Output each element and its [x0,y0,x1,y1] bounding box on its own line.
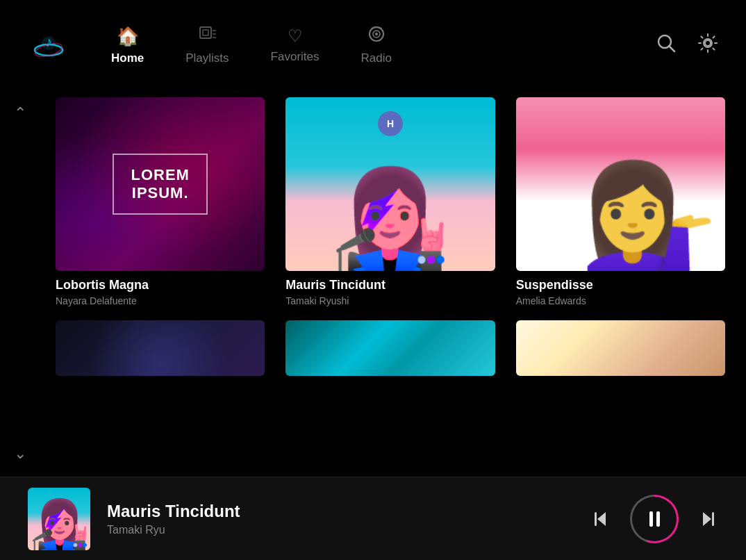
next-button[interactable] [697,509,718,529]
card-3-image [516,97,725,271]
svg-rect-17 [595,512,597,526]
player-thumbnail[interactable] [28,488,90,550]
svg-point-14 [705,40,711,46]
logo[interactable]: ♪ [28,28,69,63]
play-pause-button[interactable] [632,497,677,541]
card-1-artist: Nayara Delafuente [56,295,265,306]
settings-button[interactable] [697,33,718,58]
header: ♪ 🏠 Home Playlists ♡ Favorites [0,0,746,90]
card-bottom-1[interactable] [56,320,265,376]
card-2-title: Mauris Tincidunt [285,278,495,293]
card-3-title: Suspendisse [516,278,725,293]
svg-text:♪: ♪ [45,34,52,49]
nav-radio[interactable]: Radio [361,25,392,65]
card-bottom-2[interactable] [285,320,495,376]
card-6-image [516,320,725,376]
main-content: LOREM IPSUM. Lobortis Magna Nayara Delaf… [0,90,746,477]
favorites-icon: ♡ [288,26,303,46]
nav: 🏠 Home Playlists ♡ Favorites [111,25,656,65]
nav-playlists-label: Playlists [185,51,229,65]
cards-grid: LOREM IPSUM. Lobortis Magna Nayara Delaf… [56,97,725,376]
svg-rect-4 [200,27,211,38]
card-3-artist: Amelia Edwards [516,295,725,306]
svg-point-11 [375,33,378,35]
card-2-artist: Tamaki Ryushi [285,295,495,306]
card-5-image [285,320,495,376]
svg-rect-5 [203,30,208,35]
nav-favorites-label: Favorites [271,50,320,64]
search-button[interactable] [656,33,677,58]
radio-icon [367,25,386,47]
player-controls [590,497,718,541]
player-info: Mauris Tincidunt Tamaki Ryu [107,502,590,536]
playlists-icon [198,25,216,47]
svg-marker-18 [703,512,711,526]
player-artist: Tamaki Ryu [107,524,590,536]
scroll-up-button[interactable]: ⌃ [14,104,26,122]
svg-rect-19 [712,512,714,526]
header-actions [656,33,718,58]
nav-radio-label: Radio [361,51,392,65]
svg-marker-16 [597,512,606,526]
card-mauris[interactable]: H Mauris Tincidunt Tamaki Ryushi [285,97,495,306]
card-2-image: H [285,97,495,271]
lorem-line1: LOREM [131,166,189,184]
lorem-line2: IPSUM. [131,184,189,202]
nav-home-label: Home [111,51,144,65]
player-title: Mauris Tincidunt [107,502,590,521]
lorem-box: LOREM IPSUM. [113,154,207,215]
nav-home[interactable]: 🏠 Home [111,26,144,65]
card-lobortis[interactable]: LOREM IPSUM. Lobortis Magna Nayara Delaf… [56,97,265,306]
home-icon: 🏠 [117,26,139,47]
card-1-title: Lobortis Magna [56,278,265,293]
svg-line-13 [669,46,674,51]
card-4-image [56,320,265,376]
nav-playlists[interactable]: Playlists [185,25,229,65]
headphones-badge: H [378,111,403,136]
scroll-controls: ⌃ ⌄ [14,90,26,477]
scroll-down-button[interactable]: ⌄ [14,445,26,463]
player-bar: Mauris Tincidunt Tamaki Ryu [0,477,746,560]
pause-icon [649,511,660,527]
card-suspendisse[interactable]: Suspendisse Amelia Edwards [516,97,725,306]
card-bottom-3[interactable] [516,320,725,376]
card-1-image: LOREM IPSUM. [56,97,265,271]
previous-button[interactable] [590,509,611,529]
nav-favorites[interactable]: ♡ Favorites [271,26,320,64]
